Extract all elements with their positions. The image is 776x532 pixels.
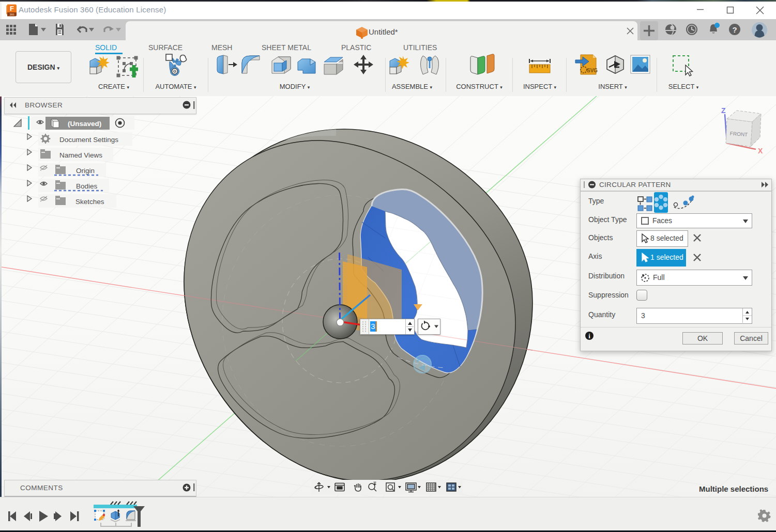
svg-text:COMMENTS: COMMENTS xyxy=(20,484,63,492)
svg-text:Sketches: Sketches xyxy=(75,198,104,206)
svg-text:Named Views: Named Views xyxy=(59,151,102,159)
svg-text:360: 360 xyxy=(9,13,14,16)
svg-text:Bodies: Bodies xyxy=(76,182,98,190)
svg-text:Z: Z xyxy=(721,106,726,115)
svg-text:BROWSER: BROWSER xyxy=(25,101,63,109)
svg-text:CIRCULAR PATTERN: CIRCULAR PATTERN xyxy=(599,181,671,189)
svg-text:Origin: Origin xyxy=(76,167,95,175)
svg-text:Untitled*: Untitled* xyxy=(369,27,398,36)
svg-text:X: X xyxy=(758,147,763,155)
svg-text:i: i xyxy=(588,332,590,340)
svg-text:Document Settings: Document Settings xyxy=(59,136,118,144)
svg-text:?: ? xyxy=(732,25,737,34)
svg-text:F: F xyxy=(10,5,14,12)
svg-text:SVG: SVG xyxy=(587,68,598,73)
svg-text:(Unsaved): (Unsaved) xyxy=(68,120,101,128)
